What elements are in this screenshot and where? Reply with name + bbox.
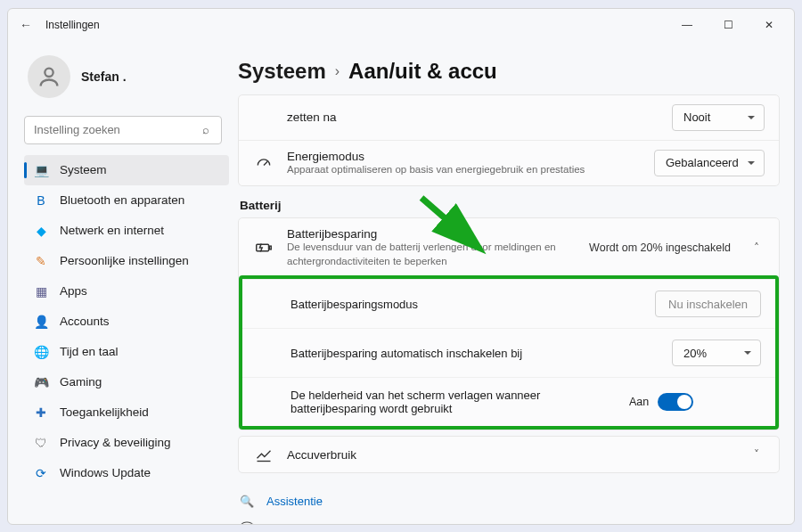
- chevron-down-icon[interactable]: ˅: [749, 448, 765, 461]
- titlebar: ← Instellingen — ☐ ✕: [8, 9, 794, 41]
- nav-label: Privacy & beveiliging: [60, 436, 171, 449]
- usage-title: Accuverbruik: [287, 448, 736, 462]
- gauge-icon: [253, 154, 274, 172]
- nav-icon: ⟳: [33, 466, 49, 480]
- brightness-toggle[interactable]: [658, 393, 693, 411]
- nav-label: Bluetooth en apparaten: [60, 193, 184, 207]
- auto-row-title: Batterijbesparing automatisch inschakele…: [291, 347, 672, 360]
- nav-icon: 🛡: [33, 436, 49, 450]
- breadcrumb: Systeem › Aan/uit & accu: [238, 52, 780, 94]
- nav-label: Tijd en taal: [60, 345, 119, 358]
- battery-saver-auto-row: Batterijbesparing automatisch inschakele…: [242, 328, 775, 377]
- feedback-icon: 💬: [240, 521, 256, 524]
- battery-saver-mode-row: Batterijbesparingsmodus Nu inschakelen: [242, 279, 775, 328]
- search-input[interactable]: [24, 116, 222, 144]
- help-links: 🔍 Assistentie 💬 Feedback geven: [238, 479, 780, 523]
- battery-section-label: Batterij: [240, 199, 780, 212]
- minimize-button[interactable]: —: [667, 12, 707, 38]
- nav-icon: ▦: [33, 284, 49, 299]
- chart-icon: [253, 446, 274, 463]
- settings-window: ← Instellingen — ☐ ✕ Stefan . ⌕ 💻Systeem…: [7, 8, 795, 525]
- chevron-up-icon[interactable]: ˄: [749, 241, 765, 254]
- sidebar-item-systeem[interactable]: 💻Systeem: [24, 155, 229, 185]
- sidebar-item-tijd-en-taal[interactable]: 🌐Tijd en taal: [24, 337, 229, 367]
- window-controls: — ☐ ✕: [667, 12, 789, 38]
- nav-label: Toegankelijkheid: [60, 405, 149, 419]
- screen-off-tail: zetten na: [287, 110, 659, 124]
- nav-label: Systeem: [60, 163, 107, 176]
- energy-mode-dropdown[interactable]: Gebalanceerd: [654, 150, 765, 176]
- window-title: Instellingen: [45, 19, 667, 31]
- battery-saver-header[interactable]: Batterijbesparing De levensduur van de b…: [239, 218, 779, 277]
- nav: 💻SysteemBBluetooth en apparaten◆Netwerk …: [24, 155, 229, 488]
- search-icon: ⌕: [202, 123, 209, 136]
- nav-label: Apps: [60, 284, 87, 298]
- profile[interactable]: Stefan .: [24, 48, 229, 112]
- chevron-right-icon: ›: [335, 63, 340, 79]
- avatar: [28, 55, 70, 98]
- sidebar-item-toegankelijkheid[interactable]: ✚Toegankelijkheid: [24, 397, 229, 428]
- breadcrumb-current: Aan/uit & accu: [348, 59, 497, 84]
- energy-mode-title: Energiemodus: [287, 150, 642, 163]
- nav-label: Netwerk en internet: [60, 224, 164, 237]
- help-icon: 🔍: [240, 495, 256, 508]
- assist-link-row[interactable]: 🔍 Assistentie: [240, 487, 780, 514]
- screen-off-row[interactable]: zetten na Nooit: [239, 95, 779, 140]
- sidebar-item-netwerk-en-internet[interactable]: ◆Netwerk en internet: [24, 216, 229, 246]
- screen-off-dropdown[interactable]: Nooit: [672, 104, 765, 131]
- sidebar-item-windows-update[interactable]: ⟳Windows Update: [24, 458, 229, 488]
- main-content: Systeem › Aan/uit & accu zetten na Nooit…: [238, 41, 794, 524]
- energy-mode-sub: Apparaat optimaliseren op basis van ener…: [287, 163, 642, 177]
- battery-saver-card: Batterijbesparing De levensduur van de b…: [238, 217, 780, 430]
- nav-icon: ◆: [33, 224, 49, 238]
- brightness-row-title: De helderheid van het scherm verlagen wa…: [291, 389, 629, 415]
- battery-icon: [253, 238, 274, 258]
- sidebar-item-gaming[interactable]: 🎮Gaming: [24, 367, 229, 397]
- mode-row-title: Batterijbesparingsmodus: [291, 298, 655, 311]
- sidebar-item-accounts[interactable]: 👤Accounts: [24, 307, 229, 337]
- sidebar: Stefan . ⌕ 💻SysteemBBluetooth en apparat…: [8, 41, 238, 524]
- nav-label: Accounts: [60, 315, 110, 328]
- feedback-link-row[interactable]: 💬 Feedback geven: [240, 514, 780, 523]
- nav-icon: ✚: [33, 405, 49, 420]
- highlighted-region: Batterijbesparingsmodus Nu inschakelen B…: [239, 275, 779, 430]
- svg-point-0: [45, 68, 53, 76]
- nav-label: Persoonlijke instellingen: [60, 254, 189, 267]
- nav-icon: ✎: [33, 254, 49, 268]
- sidebar-item-apps[interactable]: ▦Apps: [24, 276, 229, 307]
- maximize-button[interactable]: ☐: [708, 12, 748, 38]
- battery-saver-sub: De levensduur van de batterij verlengen …: [287, 241, 572, 268]
- battery-usage-card[interactable]: Accuverbruik ˅: [238, 436, 780, 473]
- auto-threshold-dropdown[interactable]: 20%: [672, 340, 761, 366]
- nav-icon: 🎮: [33, 375, 49, 389]
- nav-label: Gaming: [60, 375, 102, 389]
- energy-mode-row[interactable]: Energiemodus Apparaat optimaliseren op b…: [239, 140, 779, 186]
- svg-rect-3: [269, 246, 271, 250]
- nav-icon: 👤: [33, 315, 49, 329]
- nav-icon: 🌐: [33, 345, 49, 359]
- brightness-row: De helderheid van het scherm verlagen wa…: [242, 377, 775, 426]
- toggle-label: Aan: [629, 396, 649, 408]
- sidebar-item-privacy-beveiliging[interactable]: 🛡Privacy & beveiliging: [24, 428, 229, 458]
- nav-label: Windows Update: [60, 466, 151, 479]
- nav-icon: 💻: [33, 163, 49, 177]
- power-card: zetten na Nooit Energiemodus Apparaat op…: [238, 94, 780, 187]
- nav-icon: B: [33, 193, 49, 208]
- svg-line-1: [264, 161, 267, 165]
- profile-name: Stefan .: [81, 70, 127, 84]
- sidebar-item-bluetooth-en-apparaten[interactable]: BBluetooth en apparaten: [24, 185, 229, 216]
- assist-link: Assistentie: [266, 495, 323, 508]
- feedback-link: Feedback geven: [266, 521, 352, 524]
- back-button[interactable]: ←: [13, 12, 38, 37]
- battery-saver-status: Wordt om 20% ingeschakeld: [589, 241, 731, 254]
- close-button[interactable]: ✕: [749, 12, 789, 38]
- search-container: ⌕: [24, 116, 229, 144]
- sidebar-item-persoonlijke-instellingen[interactable]: ✎Persoonlijke instellingen: [24, 246, 229, 276]
- breadcrumb-parent[interactable]: Systeem: [238, 59, 326, 84]
- battery-saver-title: Batterijbesparing: [287, 227, 577, 241]
- enable-now-button[interactable]: Nu inschakelen: [655, 291, 761, 317]
